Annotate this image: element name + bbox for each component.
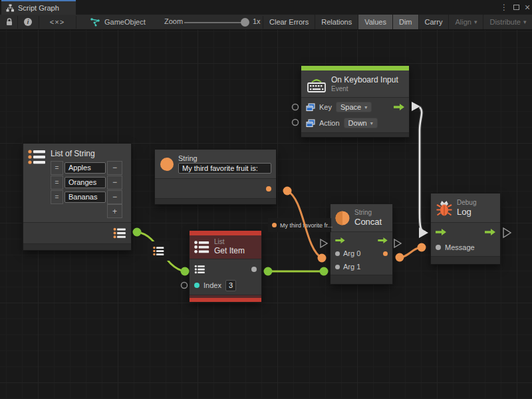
- window-close-icon[interactable]: ×: [522, 0, 532, 15]
- node-concat[interactable]: String Concat Arg 0 A: [331, 204, 392, 284]
- zoom-slider-track[interactable]: [184, 22, 243, 23]
- message-row: Message: [431, 240, 500, 255]
- node-title: List of String: [51, 149, 122, 159]
- node-debug-log[interactable]: Debug Log Message: [431, 194, 500, 264]
- string-value-field[interactable]: My third favorite fruit is:: [178, 163, 271, 174]
- index-input-port[interactable]: [194, 283, 200, 288]
- tab-bar: Script Graph ⋮ ×: [0, 0, 532, 15]
- index-value-field[interactable]: 3: [225, 280, 236, 291]
- event-accent-strip: [301, 66, 409, 70]
- node-header: String My third favorite fruit is:: [155, 150, 276, 178]
- lock-icon: [6, 18, 13, 26]
- arg0-row: Arg 0: [331, 247, 392, 260]
- bug-icon: [436, 200, 452, 217]
- item-output-port[interactable]: [251, 267, 257, 272]
- zoom-label: Zoom: [164, 17, 183, 25]
- action-dropdown[interactable]: Down: [344, 118, 378, 128]
- node-header: Debug Log: [431, 194, 500, 222]
- trigger-input-arrow-icon[interactable]: [335, 237, 345, 243]
- info-icon: i: [24, 18, 32, 26]
- values-toggle[interactable]: Values: [358, 15, 393, 29]
- lock-button[interactable]: [1, 15, 17, 29]
- arg0-input-port[interactable]: [335, 251, 340, 256]
- list-icon-orange-small: [113, 227, 126, 239]
- zoom-value: 1x: [253, 17, 261, 25]
- node-ports: Key Space Action Down: [301, 97, 409, 132]
- window-menu-icon[interactable]: ⋮: [499, 0, 509, 15]
- clear-errors-button[interactable]: Clear Errors: [263, 15, 315, 29]
- drag-handle[interactable]: =: [51, 190, 63, 204]
- align-dropdown[interactable]: Align: [449, 15, 483, 29]
- trigger-row: [431, 224, 500, 240]
- distribute-dropdown[interactable]: Distribute: [483, 15, 532, 29]
- node-string-literal[interactable]: String My third favorite fruit is:: [155, 150, 276, 204]
- result-output-port[interactable]: [383, 251, 388, 256]
- zoom-slider-handle[interactable]: [241, 18, 249, 27]
- node-footer: [155, 198, 276, 204]
- node-ports: Index 3: [190, 259, 261, 295]
- error-accent-strip-bottom: [190, 298, 261, 302]
- gameobject-label: GameObject: [104, 18, 146, 26]
- wire-list-value-badge: [148, 241, 170, 261]
- index-port-row: Index 3: [190, 277, 261, 293]
- unity-visual-scripting-window: Script Graph ⋮ × i <×>: [0, 0, 532, 399]
- list-item-field[interactable]: Oranges: [65, 177, 106, 188]
- carry-button[interactable]: Carry: [419, 15, 450, 29]
- trigger-input-arrow-icon[interactable]: [436, 229, 446, 235]
- node-footer: [301, 132, 409, 137]
- window-maximize-icon[interactable]: [511, 0, 521, 15]
- node-footer: [431, 256, 500, 264]
- node-subtitle: Event: [331, 85, 398, 93]
- string-output-port[interactable]: [266, 186, 271, 192]
- node-ports: Arg 0 Arg 1: [331, 231, 392, 275]
- arg1-input-port[interactable]: [335, 265, 340, 269]
- list-add-row: +: [51, 204, 122, 218]
- node-get-item[interactable]: List Get Item Index 3: [190, 231, 261, 302]
- message-input-port[interactable]: [436, 245, 441, 250]
- list-icon-orange-badge: [152, 246, 165, 256]
- trigger-output-arrow-icon[interactable]: [485, 229, 495, 235]
- key-label: Key: [319, 103, 332, 111]
- list-item-row: = Bananas −: [51, 190, 122, 204]
- arg1-row: Arg 1: [331, 260, 392, 273]
- list-icon-white-small: [194, 265, 205, 274]
- list-icon-orange: [28, 149, 46, 165]
- info-button[interactable]: i: [18, 15, 38, 29]
- tab-script-graph[interactable]: Script Graph: [1, 0, 76, 15]
- code-icon: <×>: [50, 18, 65, 26]
- error-accent-strip: [190, 231, 261, 235]
- arg1-label: Arg 1: [343, 263, 360, 271]
- wire-value-text: My third favorite fr...: [280, 222, 332, 229]
- remove-item-button[interactable]: −: [107, 176, 122, 190]
- list-icon-white: [194, 240, 209, 254]
- drag-handle[interactable]: =: [51, 176, 63, 190]
- node-category: String: [354, 209, 382, 217]
- node-header: List Get Item: [190, 235, 261, 259]
- action-label: Action: [319, 119, 340, 127]
- key-dropdown[interactable]: Space: [336, 102, 372, 112]
- node-category: List: [214, 238, 245, 246]
- remove-item-button[interactable]: −: [107, 161, 122, 175]
- list-output-row: [23, 224, 131, 242]
- trigger-output-arrow-icon[interactable]: [378, 237, 388, 243]
- trigger-output-arrow-icon[interactable]: [394, 104, 404, 110]
- drag-handle[interactable]: =: [51, 161, 63, 175]
- list-input-row: [190, 261, 261, 277]
- add-item-button[interactable]: +: [107, 204, 122, 218]
- node-list-of-string[interactable]: List of String = Apples − = Oranges − =: [23, 144, 131, 250]
- code-preview-button[interactable]: <×>: [39, 15, 75, 29]
- node-header: List of String = Apples − = Oranges − =: [23, 144, 131, 222]
- remove-item-button[interactable]: −: [107, 190, 122, 204]
- node-header: String Concat: [331, 204, 392, 231]
- action-icon: [306, 119, 315, 128]
- keyboard-icon: [307, 75, 327, 93]
- keycode-icon: [306, 103, 315, 112]
- list-item-row: = Oranges −: [51, 175, 122, 190]
- relations-button[interactable]: Relations: [315, 15, 358, 29]
- list-item-field[interactable]: Bananas: [65, 192, 106, 203]
- dim-toggle[interactable]: Dim: [393, 15, 419, 29]
- index-label: Index: [203, 281, 221, 289]
- node-on-keyboard-input[interactable]: On Keyboard Input Event Key Space: [301, 66, 409, 137]
- node-title: Log: [457, 207, 476, 217]
- list-item-field[interactable]: Apples: [65, 162, 106, 174]
